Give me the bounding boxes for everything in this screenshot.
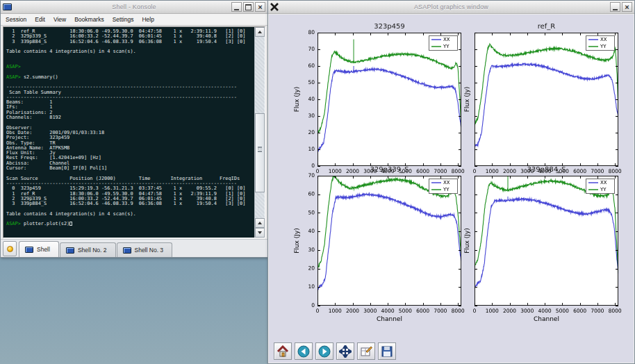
scroll-up-button[interactable] (255, 27, 265, 37)
scroll-down-button[interactable] (255, 228, 265, 238)
shell-tab-shell[interactable]: Shell (19, 241, 59, 257)
terminal-line: 3 339p884_S 16:52:04.6 -46.08.33.9 06:36… (6, 201, 254, 206)
minimize-button[interactable] (610, 2, 620, 12)
scrollbar-thumb[interactable] (255, 113, 265, 193)
konsole-titlebar[interactable]: Shell - Konsole (1, 1, 267, 14)
arrow-up-icon (258, 31, 262, 33)
terminal-icon (66, 247, 74, 254)
shell-tab-shell-no-2[interactable]: Shell No. 2 (60, 242, 116, 257)
terminal-line: ASAP> s2.summary() (6, 75, 254, 80)
back-icon (297, 345, 310, 358)
terminal-line (6, 54, 254, 59)
figure-canvas[interactable] (272, 15, 632, 339)
arrow-up-icon (258, 222, 262, 224)
toolbar-back-button[interactable] (295, 342, 313, 360)
terminal-icon (25, 247, 33, 253)
menu-item-edit[interactable]: Edit (35, 16, 45, 23)
toolbar-save-button[interactable] (378, 342, 396, 360)
menu-item-settings[interactable]: Settings (113, 16, 134, 23)
close-button[interactable] (622, 2, 632, 12)
maximize-button[interactable] (243, 2, 254, 12)
toolbar-subplots-button[interactable] (357, 342, 375, 360)
konsole-menubar: SessionEditViewBookmarksSettingsHelp (1, 14, 267, 26)
toolbar-forward-button[interactable] (315, 342, 333, 360)
tab-label: Shell (37, 246, 50, 253)
toolbar-home-button[interactable] (274, 342, 292, 360)
konsole-window-title: Shell - Konsole (1, 3, 267, 10)
konsole-tabbar: ShellShell No. 2Shell No. 3 (1, 239, 267, 257)
asapplot-client-area (269, 15, 634, 363)
menu-item-view[interactable]: View (53, 16, 66, 23)
close-button[interactable] (255, 2, 265, 12)
terminal-line: Channels: 8192 (6, 115, 254, 120)
new-session-icon (7, 246, 13, 252)
scrollbar-track[interactable] (255, 37, 265, 218)
asapplot-window-title: ASAPlot graphics window (268, 3, 634, 10)
desktop: { "colors": { "terminal_bg": "#0c1f23", … (0, 0, 635, 364)
home-icon (277, 345, 289, 358)
shell-tab-shell-no-3[interactable]: Shell No. 3 (117, 242, 173, 257)
terminal-line: 3 339p884_S 16:52:04.6 -46.08.33.9 06:36… (6, 40, 254, 44)
terminal-icon (123, 247, 131, 254)
terminal-output[interactable]: 1 ref_R 18:30:06.0 -49.59.30.0 04:47:58 … (3, 27, 254, 238)
konsole-window-controls (231, 2, 265, 12)
plot-toolbar (274, 342, 396, 360)
konsole-window: Shell - Konsole SessionEditViewBookmarks… (0, 0, 268, 258)
terminal-scrollbar[interactable] (254, 27, 265, 238)
x11-icon (270, 3, 279, 11)
terminal-line (6, 60, 254, 65)
terminal-line: Cursor: Beam[0] IF[0] Pol[1] (6, 166, 254, 171)
minimize-button[interactable] (231, 2, 242, 12)
asapplot-window: ASAPlot graphics window (267, 0, 635, 364)
terminal-cursor (69, 222, 72, 226)
terminal-frame: 1 ref_R 18:30:06.0 -49.59.30.0 04:47:58 … (3, 26, 265, 238)
menu-item-bookmarks[interactable]: Bookmarks (74, 16, 104, 23)
menu-item-session[interactable]: Session (6, 16, 26, 23)
menu-item-help[interactable]: Help (142, 16, 154, 23)
tab-label: Shell No. 2 (78, 247, 107, 254)
save-icon (381, 345, 393, 358)
terminal-line: ASAP> plotter.plot(s2) (6, 222, 254, 226)
forward-icon (318, 345, 331, 358)
terminal-line (6, 120, 254, 125)
pan-icon (339, 345, 352, 358)
toolbar-pan-button[interactable] (336, 342, 354, 360)
terminal-line: Table contains 4 integration(s) in 4 sca… (6, 49, 254, 54)
terminal-line: ASAP> (6, 65, 254, 69)
terminal-line: Table contains 4 integration(s) in 4 sca… (6, 212, 254, 217)
scroll-up-button-2[interactable] (255, 218, 265, 228)
asapplot-titlebar[interactable]: ASAPlot graphics window (268, 1, 634, 14)
tab-label: Shell No. 3 (135, 247, 164, 254)
new-session-button[interactable] (3, 241, 17, 256)
arrow-down-icon (258, 231, 262, 234)
asapplot-window-controls (610, 2, 632, 12)
subplots-icon (360, 345, 372, 358)
konsole-app-icon (3, 3, 12, 10)
